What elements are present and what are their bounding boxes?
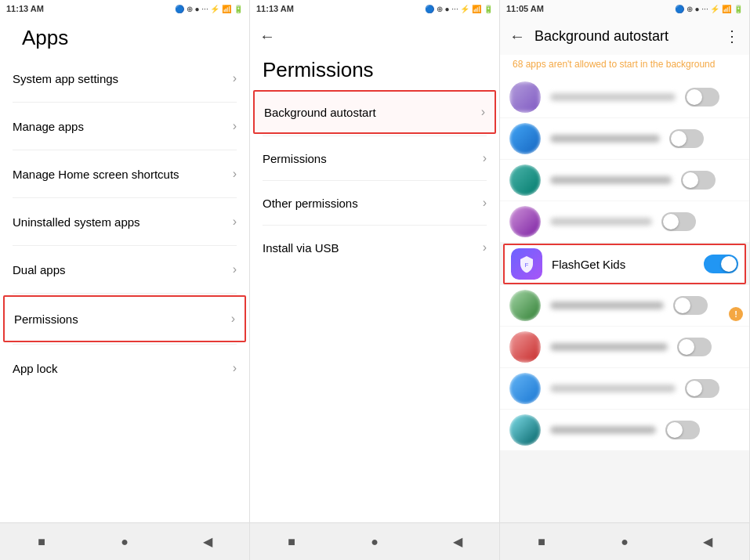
chevron-icon-manage-apps: ›	[233, 119, 237, 133]
flashget-shield-icon: F	[517, 255, 536, 273]
toggle-7[interactable]	[685, 379, 719, 398]
item-label-dual-apps: Dual apps	[13, 263, 233, 276]
app-row-6	[500, 327, 749, 367]
app-icon-0	[509, 81, 541, 113]
chevron-icon-system-app-settings: ›	[233, 71, 237, 85]
chevron-icon-manage-home: ›	[233, 167, 237, 181]
list-item-bg-autostart[interactable]: Background autostart ›	[253, 90, 496, 134]
apps-title: Apps	[9, 16, 81, 56]
nav-back-1[interactable]: ◀	[197, 531, 219, 553]
toggle-0[interactable]	[685, 88, 719, 107]
sidebar-item-system-app-settings[interactable]: System app settings ›	[0, 55, 249, 102]
sidebar-item-uninstalled[interactable]: Uninstalled system apps ›	[0, 198, 249, 245]
flashget-toggle[interactable]	[704, 255, 738, 273]
panel2-content: Background autostart › Permissions › Oth…	[250, 89, 499, 522]
app-name-blur-0	[550, 93, 676, 101]
toggle-1[interactable]	[669, 129, 704, 148]
top-bar-1: Apps	[0, 17, 249, 55]
app-icon-3	[509, 206, 541, 237]
item-label-bg-autostart: Background autostart	[264, 106, 481, 119]
chevron-icon-permissions: ›	[231, 312, 235, 326]
permissions-title-wrap: Permissions	[250, 55, 499, 89]
nav-circle-2[interactable]: ●	[364, 531, 386, 553]
app-row-8	[500, 410, 749, 450]
item-label-other-perms: Other permissions	[263, 197, 483, 210]
status-icons-3: 🔵 ⊕ ● ··· ⚡ 📶 🔋	[675, 5, 743, 13]
item-label-manage-apps: Manage apps	[13, 120, 233, 133]
nav-square-3[interactable]: ■	[531, 531, 553, 553]
chevron-icon-bg-autostart: ›	[481, 105, 485, 119]
sidebar-item-permissions[interactable]: Permissions ›	[3, 295, 246, 342]
flashget-icon: F	[511, 248, 542, 280]
toggle-2[interactable]	[681, 171, 716, 190]
chevron-icon-app-lock: ›	[233, 361, 237, 375]
panel-permissions: 11:13 AM 🔵 ⊕ ● ··· ⚡ 📶 🔋 ← Permissions B…	[250, 0, 500, 560]
item-label-manage-home: Manage Home screen shortcuts	[13, 168, 233, 181]
flashget-kids-label: FlashGet Kids	[552, 258, 704, 271]
toggle-3[interactable]	[661, 212, 696, 231]
app-name-blur-2	[550, 176, 672, 184]
item-label-perms: Permissions	[263, 152, 483, 165]
app-name-blur-1	[550, 135, 660, 143]
nav-back-3[interactable]: ◀	[697, 531, 719, 553]
chevron-icon-perms: ›	[483, 151, 487, 165]
status-bar-3: 11:05 AM 🔵 ⊕ ● ··· ⚡ 📶 🔋	[500, 0, 749, 17]
app-row-2	[500, 160, 749, 201]
item-label-uninstalled: Uninstalled system apps	[13, 215, 233, 229]
chevron-icon-install-usb: ›	[483, 240, 487, 255]
list-item-install-usb[interactable]: Install via USB ›	[250, 226, 499, 269]
app-name-blur-8	[550, 426, 656, 434]
svg-text:F: F	[525, 262, 529, 269]
back-arrow-3[interactable]: ←	[509, 27, 525, 45]
bottom-nav-1: ■ ● ◀	[0, 522, 249, 560]
app-row-7	[500, 368, 749, 409]
item-label-permissions: Permissions	[14, 313, 231, 326]
app-name-blur-3	[550, 218, 652, 226]
panel3-content: F FlashGet Kids !	[500, 77, 749, 522]
status-bar-1: 11:13 AM 🔵 ⊕ ● ··· ⚡ 📶 🔋	[0, 0, 249, 17]
list-item-other-perms[interactable]: Other permissions ›	[250, 181, 499, 225]
subtitle-wrap: 68 apps aren't allowed to start in the b…	[500, 55, 749, 77]
list-item-perms[interactable]: Permissions ›	[250, 136, 499, 180]
status-icons-2: 🔵 ⊕ ● ··· ⚡ 📶 🔋	[425, 5, 493, 13]
app-icon-8	[509, 414, 541, 446]
app-icon-1	[509, 123, 541, 154]
time-1: 11:13 AM	[6, 4, 44, 13]
sidebar-item-dual-apps[interactable]: Dual apps ›	[0, 246, 249, 293]
sidebar-item-app-lock[interactable]: App lock ›	[0, 345, 249, 392]
panel-apps: 11:13 AM 🔵 ⊕ ● ··· ⚡ 📶 🔋 Apps System app…	[0, 0, 250, 560]
bottom-nav-2: ■ ● ◀	[250, 522, 499, 560]
nav-circle-3[interactable]: ●	[614, 531, 636, 553]
item-label-system-app-settings: System app settings	[13, 72, 233, 85]
toggle-8[interactable]	[665, 421, 700, 439]
app-name-blur-6	[550, 343, 668, 351]
time-3: 11:05 AM	[506, 4, 544, 13]
back-arrow-2[interactable]: ←	[259, 27, 275, 45]
flashget-kids-row: F FlashGet Kids	[503, 244, 746, 284]
app-name-blur-7	[550, 385, 676, 392]
chevron-icon-other-perms: ›	[483, 196, 487, 210]
bottom-nav-3: ■ ● ◀	[500, 522, 749, 560]
nav-square-1[interactable]: ■	[31, 531, 53, 553]
app-row-5: !	[500, 285, 749, 326]
toggle-6[interactable]	[677, 338, 712, 356]
app-name-blur-5	[550, 302, 664, 309]
nav-square-2[interactable]: ■	[281, 531, 303, 553]
bg-autostart-subtitle: 68 apps aren't allowed to start in the b…	[513, 59, 715, 70]
top-bar-3: ← Background autostart ⋮	[500, 17, 749, 55]
panel-bg-autostart: 11:05 AM 🔵 ⊕ ● ··· ⚡ 📶 🔋 ← Background au…	[500, 0, 750, 560]
more-options-icon[interactable]: ⋮	[724, 27, 740, 45]
nav-back-2[interactable]: ◀	[447, 531, 469, 553]
app-row-3	[500, 201, 749, 242]
app-row-0	[500, 77, 749, 117]
panel1-content: System app settings › Manage apps › Mana…	[0, 55, 249, 522]
warning-icon: !	[734, 309, 737, 319]
toggle-5[interactable]	[673, 296, 708, 315]
time-2: 11:13 AM	[256, 4, 294, 13]
nav-circle-1[interactable]: ●	[114, 531, 136, 553]
top-bar-2: ←	[250, 17, 499, 55]
sidebar-item-manage-apps[interactable]: Manage apps ›	[0, 103, 249, 150]
app-icon-2	[509, 164, 541, 196]
bg-autostart-title: Background autostart	[534, 28, 724, 45]
sidebar-item-manage-home[interactable]: Manage Home screen shortcuts ›	[0, 150, 249, 197]
